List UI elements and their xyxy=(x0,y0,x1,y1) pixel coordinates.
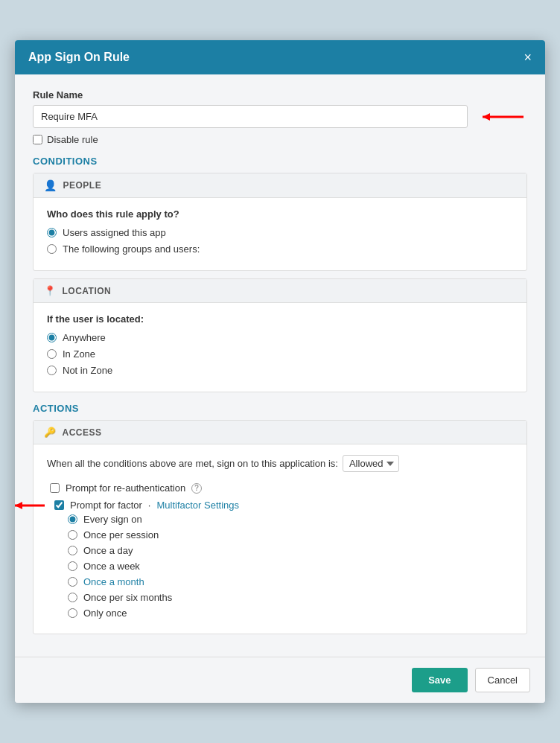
location-card: 📍 LOCATION If the user is located: Anywh… xyxy=(33,278,527,392)
key-icon: 🔑 xyxy=(44,427,57,438)
conditions-section-title: CONDITIONS xyxy=(33,156,527,167)
location-radio-1[interactable] xyxy=(47,349,57,359)
modal-footer: Save Cancel xyxy=(15,657,545,703)
people-radio-0[interactable] xyxy=(47,228,57,237)
factor-freq-label-3: Once a week xyxy=(83,561,140,572)
prompt-factor-label: Prompt for factor xyxy=(70,500,142,511)
save-button[interactable]: Save xyxy=(412,668,467,692)
prompt-factor-option[interactable]: Prompt for factor · Multifactor Settings xyxy=(54,500,239,511)
factor-freq-radio-3[interactable] xyxy=(68,561,77,571)
sign-on-select[interactable]: Allowed Denied xyxy=(343,455,399,472)
sign-on-row: When all the conditions above are met, s… xyxy=(47,455,513,472)
access-card: 🔑 ACCESS When all the conditions above a… xyxy=(33,420,527,634)
access-card-body: When all the conditions above are met, s… xyxy=(34,444,526,634)
location-header: 📍 LOCATION xyxy=(34,279,526,303)
prompt-factor-separator: · xyxy=(148,500,151,511)
location-option-1-label: In Zone xyxy=(63,348,95,360)
rule-name-label: Rule Name xyxy=(33,89,527,101)
modal-close-button[interactable]: × xyxy=(524,51,532,64)
location-option-2[interactable]: Not in Zone xyxy=(47,365,513,376)
people-option-1[interactable]: The following groups and users: xyxy=(47,243,513,255)
factor-freq-label-5: Once per six months xyxy=(83,592,172,603)
people-header: 👤 PEOPLE xyxy=(34,173,526,198)
modal-body: Rule Name Disable rule CONDITIONS 👤 PEOP… xyxy=(15,74,545,657)
prompt-reauth-help-icon: ? xyxy=(191,483,202,494)
location-option-0-label: Anywhere xyxy=(63,332,106,343)
rule-name-arrow xyxy=(475,109,527,125)
prompt-factor-row: Prompt for factor · Multifactor Settings xyxy=(50,500,513,511)
prompt-reauth-option[interactable]: Prompt for re-authentication ? xyxy=(50,482,513,494)
location-question: If the user is located: xyxy=(47,313,513,325)
svg-marker-1 xyxy=(483,113,490,121)
factor-freq-radio-2[interactable] xyxy=(68,546,77,555)
people-radio-1[interactable] xyxy=(47,244,57,254)
factor-freq-2[interactable]: Once a day xyxy=(68,545,513,556)
factor-freq-5[interactable]: Once per six months xyxy=(68,592,513,603)
multifactor-settings-link[interactable]: Multifactor Settings xyxy=(156,500,239,511)
factor-freq-0[interactable]: Every sign on xyxy=(68,514,513,525)
people-card: 👤 PEOPLE Who does this rule apply to? Us… xyxy=(33,173,527,271)
factor-freq-radio-6[interactable] xyxy=(68,608,77,618)
people-option-0-label: Users assigned this app xyxy=(63,227,166,238)
factor-freq-radio-4[interactable] xyxy=(68,577,77,587)
factor-freq-label-4: Once a month xyxy=(83,576,144,587)
factor-freq-radio-1[interactable] xyxy=(68,530,77,540)
access-header: 🔑 ACCESS xyxy=(34,421,526,444)
app-sign-on-rule-modal: App Sign On Rule × Rule Name Disable rul… xyxy=(15,40,545,703)
location-card-body: If the user is located: Anywhere In Zone… xyxy=(34,303,526,392)
prompt-reauth-label: Prompt for re-authentication xyxy=(66,482,185,494)
people-option-0[interactable]: Users assigned this app xyxy=(47,227,513,238)
disable-rule-text: Disable rule xyxy=(47,134,98,145)
cancel-button[interactable]: Cancel xyxy=(475,668,530,692)
red-arrow-left-icon xyxy=(15,497,46,514)
access-options: Prompt for re-authentication ? xyxy=(47,482,513,619)
modal-header: App Sign On Rule × xyxy=(15,40,545,74)
location-radio-0[interactable] xyxy=(47,333,57,342)
people-question: Who does this rule apply to? xyxy=(47,208,513,220)
rule-name-input[interactable] xyxy=(33,105,468,128)
prompt-reauth-checkbox[interactable] xyxy=(50,483,60,493)
rule-name-row xyxy=(33,105,527,128)
svg-marker-3 xyxy=(15,502,22,509)
factor-freq-4[interactable]: Once a month xyxy=(68,576,513,587)
factor-freq-label-0: Every sign on xyxy=(83,514,142,525)
actions-section-title: ACTIONS xyxy=(33,403,527,414)
disable-rule-label[interactable]: Disable rule xyxy=(33,134,527,145)
factor-freq-6[interactable]: Only once xyxy=(68,608,513,619)
location-option-1[interactable]: In Zone xyxy=(47,348,513,360)
location-option-0[interactable]: Anywhere xyxy=(47,332,513,343)
modal-title: App Sign On Rule xyxy=(28,51,130,64)
prompt-factor-checkbox[interactable] xyxy=(54,500,64,510)
location-radio-2[interactable] xyxy=(47,366,57,375)
people-option-1-label: The following groups and users: xyxy=(63,243,200,255)
factor-freq-label-6: Only once xyxy=(83,608,127,619)
factor-freq-label-2: Once a day xyxy=(83,545,133,556)
location-option-2-label: Not in Zone xyxy=(63,365,112,376)
factor-freq-radio-0[interactable] xyxy=(68,514,77,524)
disable-rule-checkbox[interactable] xyxy=(33,135,42,144)
factor-freq-3[interactable]: Once a week xyxy=(68,561,513,572)
people-card-body: Who does this rule apply to? Users assig… xyxy=(34,198,526,270)
person-icon: 👤 xyxy=(44,179,57,191)
factor-sub-options: Every sign on Once per session Once a da… xyxy=(50,514,513,619)
location-icon: 📍 xyxy=(44,285,57,296)
factor-freq-radio-5[interactable] xyxy=(68,593,77,602)
factor-freq-label-1: Once per session xyxy=(83,529,159,540)
sign-on-text: When all the conditions above are met, s… xyxy=(47,458,338,469)
factor-freq-1[interactable]: Once per session xyxy=(68,529,513,540)
